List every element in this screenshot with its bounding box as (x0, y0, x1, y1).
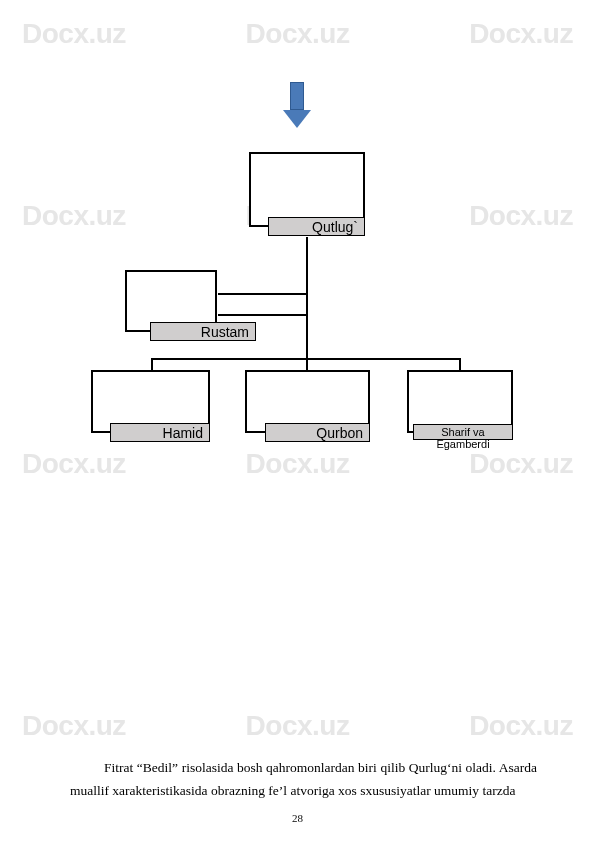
body-paragraph: Fitrat “Bedil” risolasida bosh qahromonl… (70, 757, 537, 803)
connector-line (459, 358, 461, 370)
node-qutlug (249, 152, 365, 227)
page-number: 28 (0, 812, 595, 824)
connector-line (218, 314, 307, 316)
watermark-text: Docx.uz (469, 18, 573, 50)
watermark-text: Docx.uz (22, 710, 126, 742)
connector-line (306, 358, 308, 370)
connector-line (218, 293, 307, 295)
watermark-text: Docx.uz (246, 710, 350, 742)
node-qutlug-label: Qutlug` (268, 217, 365, 236)
watermark-text: Docx.uz (469, 710, 573, 742)
org-chart: Qutlug` Rustam Hamid Qurbon Sharif va Eg… (0, 152, 595, 482)
body-paragraph-text: Fitrat “Bedil” risolasida bosh qahromonl… (70, 760, 537, 798)
watermark-row: Docx.uz Docx.uz Docx.uz (0, 710, 595, 742)
node-sharif-label: Sharif va Egamberdi (413, 424, 513, 440)
node-hamid-label: Hamid (110, 423, 210, 442)
watermark-row: Docx.uz Docx.uz Docx.uz (0, 18, 595, 50)
down-arrow-icon (283, 82, 311, 130)
node-qurbon-label: Qurbon (265, 423, 370, 442)
watermark-text: Docx.uz (22, 18, 126, 50)
connector-line (306, 237, 308, 358)
watermark-text: Docx.uz (246, 18, 350, 50)
connector-line (151, 358, 153, 370)
node-rustam-label: Rustam (150, 322, 256, 341)
